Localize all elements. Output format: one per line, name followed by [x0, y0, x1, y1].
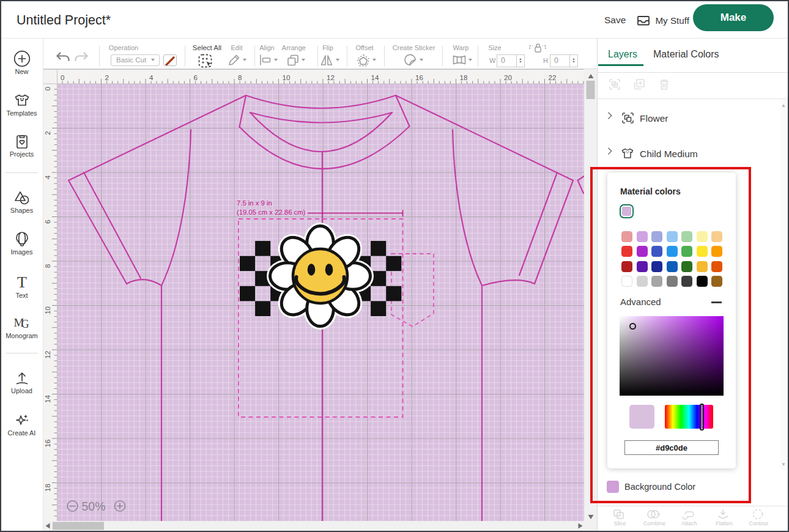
svg-text:20: 20	[504, 74, 512, 81]
svg-text:6: 6	[194, 74, 198, 81]
svg-text:8: 8	[44, 264, 51, 268]
svg-text:10: 10	[44, 306, 51, 314]
svg-text:10: 10	[283, 74, 291, 81]
svg-text:6: 6	[44, 220, 51, 223]
svg-text:4: 4	[44, 175, 51, 179]
svg-text:18: 18	[44, 484, 51, 492]
svg-text:18: 18	[460, 74, 468, 81]
svg-text:T: T	[17, 273, 27, 291]
svg-text:2: 2	[105, 74, 109, 81]
svg-text:16: 16	[44, 440, 51, 448]
svg-text:8: 8	[238, 74, 242, 81]
svg-text:12: 12	[44, 351, 51, 359]
svg-text:14: 14	[371, 74, 379, 81]
svg-text:7.5 in x 9 in: 7.5 in x 9 in	[237, 199, 272, 207]
svg-text:14: 14	[44, 395, 51, 403]
svg-text:0: 0	[61, 74, 64, 81]
svg-text:(19.05 cm x 22.86 cm): (19.05 cm x 22.86 cm)	[237, 209, 306, 216]
svg-text:G: G	[21, 318, 29, 330]
svg-text:50%: 50%	[82, 500, 106, 513]
svg-text:4: 4	[149, 74, 154, 81]
svg-text:0: 0	[44, 87, 51, 91]
svg-text:16: 16	[415, 74, 423, 81]
svg-text:12: 12	[327, 74, 335, 81]
svg-text:2: 2	[44, 131, 51, 135]
svg-text:22: 22	[549, 74, 557, 81]
